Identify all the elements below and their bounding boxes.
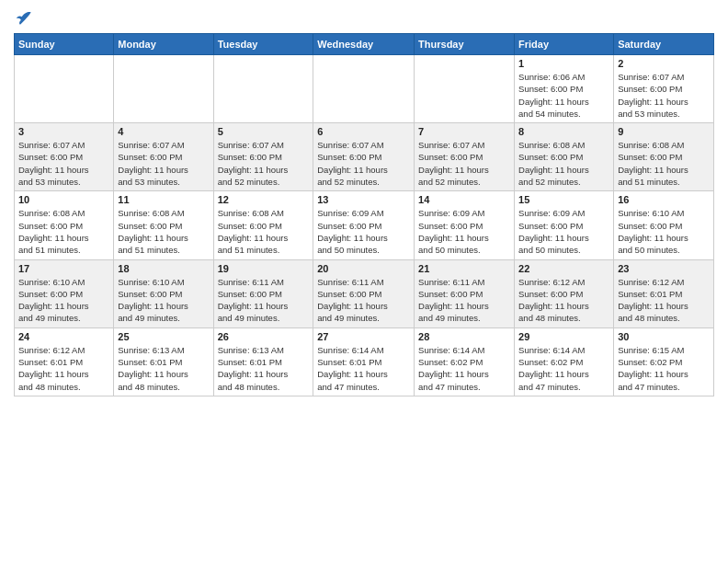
calendar-cell: 21Sunrise: 6:11 AMSunset: 6:00 PMDayligh… [415, 259, 515, 327]
day-number: 22 [518, 263, 609, 274]
calendar: SundayMondayTuesdayWednesdayThursdayFrid… [14, 33, 714, 396]
calendar-header-monday: Monday [114, 34, 213, 55]
logo-bird-icon [16, 9, 34, 28]
day-number: 8 [518, 126, 609, 137]
calendar-cell: 27Sunrise: 6:14 AMSunset: 6:01 PMDayligh… [313, 327, 415, 396]
calendar-cell: 12Sunrise: 6:08 AMSunset: 6:00 PMDayligh… [213, 191, 313, 259]
calendar-header-tuesday: Tuesday [213, 34, 313, 55]
calendar-cell: 13Sunrise: 6:09 AMSunset: 6:00 PMDayligh… [313, 191, 415, 259]
day-info: Sunrise: 6:09 AMSunset: 6:00 PMDaylight:… [518, 207, 609, 256]
day-info: Sunrise: 6:10 AMSunset: 6:00 PMDaylight:… [18, 276, 109, 325]
calendar-cell: 25Sunrise: 6:13 AMSunset: 6:01 PMDayligh… [114, 327, 213, 396]
day-info: Sunrise: 6:07 AMSunset: 6:00 PMDaylight:… [218, 139, 310, 188]
calendar-cell: 3Sunrise: 6:07 AMSunset: 6:00 PMDaylight… [15, 123, 114, 191]
calendar-cell: 8Sunrise: 6:08 AMSunset: 6:00 PMDaylight… [515, 123, 614, 191]
day-number: 27 [317, 331, 410, 342]
day-info: Sunrise: 6:08 AMSunset: 6:00 PMDaylight:… [118, 207, 209, 256]
day-number: 11 [118, 194, 209, 205]
day-number: 30 [618, 331, 710, 342]
week-row-3: 10Sunrise: 6:08 AMSunset: 6:00 PMDayligh… [15, 191, 714, 259]
week-row-5: 24Sunrise: 6:12 AMSunset: 6:01 PMDayligh… [15, 327, 714, 396]
header [14, 9, 714, 28]
day-info: Sunrise: 6:06 AMSunset: 6:00 PMDaylight:… [518, 71, 609, 120]
day-info: Sunrise: 6:11 AMSunset: 6:00 PMDaylight:… [218, 276, 310, 325]
calendar-header-friday: Friday [515, 34, 614, 55]
calendar-cell [213, 55, 313, 123]
week-row-2: 3Sunrise: 6:07 AMSunset: 6:00 PMDaylight… [15, 123, 714, 191]
calendar-cell: 28Sunrise: 6:14 AMSunset: 6:02 PMDayligh… [415, 327, 515, 396]
calendar-cell: 9Sunrise: 6:08 AMSunset: 6:00 PMDaylight… [614, 123, 714, 191]
calendar-cell: 24Sunrise: 6:12 AMSunset: 6:01 PMDayligh… [15, 327, 114, 396]
calendar-cell [313, 55, 415, 123]
calendar-cell: 10Sunrise: 6:08 AMSunset: 6:00 PMDayligh… [15, 191, 114, 259]
calendar-cell: 19Sunrise: 6:11 AMSunset: 6:00 PMDayligh… [213, 259, 313, 327]
day-number: 14 [418, 194, 510, 205]
day-info: Sunrise: 6:09 AMSunset: 6:00 PMDaylight:… [418, 207, 510, 256]
calendar-header-saturday: Saturday [614, 34, 714, 55]
day-info: Sunrise: 6:08 AMSunset: 6:00 PMDaylight:… [518, 139, 609, 188]
calendar-cell: 14Sunrise: 6:09 AMSunset: 6:00 PMDayligh… [415, 191, 515, 259]
page: SundayMondayTuesdayWednesdayThursdayFrid… [0, 0, 728, 563]
calendar-cell: 15Sunrise: 6:09 AMSunset: 6:00 PMDayligh… [515, 191, 614, 259]
day-info: Sunrise: 6:12 AMSunset: 6:00 PMDaylight:… [518, 276, 609, 325]
day-info: Sunrise: 6:08 AMSunset: 6:00 PMDaylight:… [18, 207, 109, 256]
calendar-cell [15, 55, 114, 123]
day-number: 3 [18, 126, 109, 137]
day-info: Sunrise: 6:07 AMSunset: 6:00 PMDaylight:… [18, 139, 109, 188]
calendar-cell: 4Sunrise: 6:07 AMSunset: 6:00 PMDaylight… [114, 123, 213, 191]
logo [14, 9, 34, 28]
day-info: Sunrise: 6:13 AMSunset: 6:01 PMDaylight:… [218, 344, 310, 393]
calendar-header-thursday: Thursday [415, 34, 515, 55]
day-number: 20 [317, 263, 410, 274]
day-info: Sunrise: 6:07 AMSunset: 6:00 PMDaylight:… [118, 139, 209, 188]
day-number: 15 [518, 194, 609, 205]
day-info: Sunrise: 6:11 AMSunset: 6:00 PMDaylight:… [418, 276, 510, 325]
day-number: 16 [618, 194, 710, 205]
day-number: 2 [618, 58, 710, 69]
calendar-cell: 26Sunrise: 6:13 AMSunset: 6:01 PMDayligh… [213, 327, 313, 396]
week-row-4: 17Sunrise: 6:10 AMSunset: 6:00 PMDayligh… [15, 259, 714, 327]
day-number: 21 [418, 263, 510, 274]
day-info: Sunrise: 6:11 AMSunset: 6:00 PMDaylight:… [317, 276, 410, 325]
day-info: Sunrise: 6:07 AMSunset: 6:00 PMDaylight:… [618, 71, 710, 120]
day-number: 5 [218, 126, 310, 137]
day-number: 26 [218, 331, 310, 342]
day-number: 24 [18, 331, 109, 342]
week-row-1: 1Sunrise: 6:06 AMSunset: 6:00 PMDaylight… [15, 55, 714, 123]
calendar-cell: 30Sunrise: 6:15 AMSunset: 6:02 PMDayligh… [614, 327, 714, 396]
calendar-cell: 18Sunrise: 6:10 AMSunset: 6:00 PMDayligh… [114, 259, 213, 327]
day-number: 17 [18, 263, 109, 274]
day-info: Sunrise: 6:08 AMSunset: 6:00 PMDaylight:… [218, 207, 310, 256]
day-number: 13 [317, 194, 410, 205]
calendar-cell: 23Sunrise: 6:12 AMSunset: 6:01 PMDayligh… [614, 259, 714, 327]
day-number: 18 [118, 263, 209, 274]
day-info: Sunrise: 6:12 AMSunset: 6:01 PMDaylight:… [18, 344, 109, 393]
day-number: 10 [18, 194, 109, 205]
day-number: 6 [317, 126, 410, 137]
calendar-header-sunday: Sunday [15, 34, 114, 55]
calendar-cell: 17Sunrise: 6:10 AMSunset: 6:00 PMDayligh… [15, 259, 114, 327]
day-number: 23 [618, 263, 710, 274]
day-info: Sunrise: 6:12 AMSunset: 6:01 PMDaylight:… [618, 276, 710, 325]
day-info: Sunrise: 6:10 AMSunset: 6:00 PMDaylight:… [618, 207, 710, 256]
calendar-cell: 22Sunrise: 6:12 AMSunset: 6:00 PMDayligh… [515, 259, 614, 327]
calendar-cell [415, 55, 515, 123]
day-number: 19 [218, 263, 310, 274]
day-number: 1 [518, 58, 609, 69]
day-info: Sunrise: 6:13 AMSunset: 6:01 PMDaylight:… [118, 344, 209, 393]
calendar-cell: 6Sunrise: 6:07 AMSunset: 6:00 PMDaylight… [313, 123, 415, 191]
day-number: 7 [418, 126, 510, 137]
calendar-cell: 29Sunrise: 6:14 AMSunset: 6:02 PMDayligh… [515, 327, 614, 396]
day-info: Sunrise: 6:07 AMSunset: 6:00 PMDaylight:… [418, 139, 510, 188]
calendar-cell: 7Sunrise: 6:07 AMSunset: 6:00 PMDaylight… [415, 123, 515, 191]
day-info: Sunrise: 6:10 AMSunset: 6:00 PMDaylight:… [118, 276, 209, 325]
calendar-header-wednesday: Wednesday [313, 34, 415, 55]
day-number: 9 [618, 126, 710, 137]
day-number: 28 [418, 331, 510, 342]
day-info: Sunrise: 6:08 AMSunset: 6:00 PMDaylight:… [618, 139, 710, 188]
day-number: 4 [118, 126, 209, 137]
day-info: Sunrise: 6:14 AMSunset: 6:01 PMDaylight:… [317, 344, 410, 393]
calendar-cell: 1Sunrise: 6:06 AMSunset: 6:00 PMDaylight… [515, 55, 614, 123]
calendar-cell: 11Sunrise: 6:08 AMSunset: 6:00 PMDayligh… [114, 191, 213, 259]
day-info: Sunrise: 6:09 AMSunset: 6:00 PMDaylight:… [317, 207, 410, 256]
